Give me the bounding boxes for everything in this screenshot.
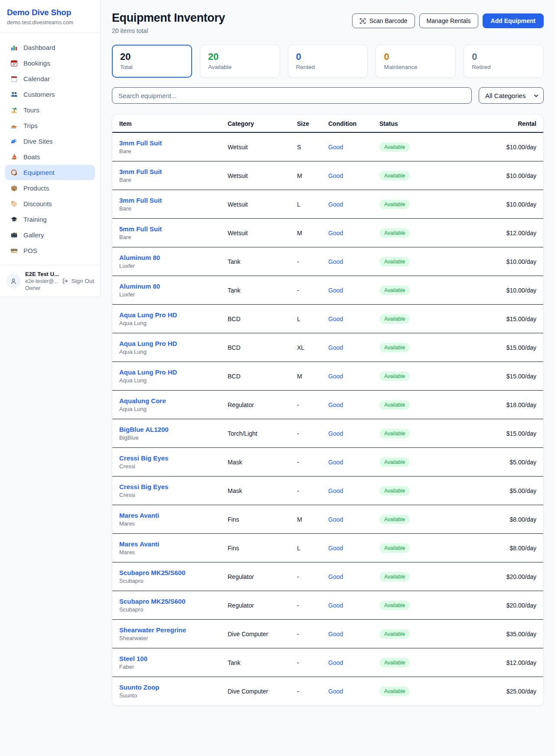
item-link[interactable]: Steel 100 [119,655,214,662]
sidebar-item-training[interactable]: Training [5,212,95,227]
item-link[interactable]: Aqua Lung Pro HD [119,311,214,319]
item-brand: Cressi [119,463,214,470]
filter-row: All Categories [112,87,544,104]
condition-link[interactable]: Good [328,144,343,151]
condition-link[interactable]: Good [328,316,343,322]
item-link[interactable]: Aqualung Core [119,397,214,404]
svg-text:17: 17 [13,62,16,66]
condition-link[interactable]: Good [328,573,343,580]
search-input[interactable] [112,87,472,104]
sidebar-item-boats[interactable]: Boats [5,149,95,164]
item-link[interactable]: Cressi Big Eyes [119,483,214,490]
status-badge: Available [379,601,410,610]
item-brand: Suunto [119,692,214,699]
item-link[interactable]: 3mm Full Suit [119,197,214,204]
item-link[interactable]: Mares Avanti [119,540,214,548]
item-link[interactable]: Aqua Lung Pro HD [119,340,214,347]
sign-out-button[interactable]: Sign Out [62,278,94,284]
category-cell: Tank [221,653,290,673]
scan-barcode-button[interactable]: Scan Barcode [352,13,415,28]
condition-link[interactable]: Good [328,344,343,351]
condition-link[interactable]: Good [328,172,343,179]
category-cell: Fins [221,538,290,558]
category-cell: Wetsuit [221,194,290,214]
size-cell: - [290,280,321,300]
condition-cell: Good [321,338,372,358]
sidebar-item-customers[interactable]: Customers [5,87,95,102]
condition-link[interactable]: Good [328,688,343,695]
item-link[interactable]: Suunto Zoop [119,684,214,691]
status-cell: Available [372,365,464,388]
rental-cell: $20.00/day [464,595,543,615]
item-link[interactable]: BigBlue AL1200 [119,426,214,433]
brand-name[interactable]: Demo Dive Shop [7,8,93,17]
status-cell: Available [372,594,464,617]
condition-link[interactable]: Good [328,201,343,208]
column-header-category: Category [221,115,290,132]
condition-cell: Good [321,567,372,587]
sidebar-item-calendar[interactable]: Calendar [5,71,95,86]
add-equipment-button[interactable]: Add Equipment [483,13,544,28]
condition-cell: Good [321,395,372,415]
sidebar-item-pos[interactable]: POS [5,243,95,258]
category-select[interactable]: All Categories [479,87,544,104]
item-link[interactable]: Cressi Big Eyes [119,454,214,462]
status-badge: Available [379,371,410,381]
condition-link[interactable]: Good [328,430,343,437]
condition-link[interactable]: Good [328,459,343,466]
condition-cell: Good [321,452,372,472]
condition-link[interactable]: Good [328,487,343,494]
manage-rentals-button[interactable]: Manage Rentals [419,13,478,28]
sidebar-item-equipment[interactable]: Equipment [5,165,95,180]
condition-link[interactable]: Good [328,602,343,609]
table-row: Mares Avanti Mares Fins L Good Available… [112,534,543,562]
column-header-status: Status [372,115,464,132]
item-link[interactable]: Aluminum 80 [119,254,214,261]
column-header-rental: Rental [464,115,543,132]
sidebar-item-bookings[interactable]: 17 Bookings [5,56,95,71]
stat-card-rented[interactable]: 0 Rented [288,45,368,78]
item-link[interactable]: Aqua Lung Pro HD [119,368,214,376]
condition-link[interactable]: Good [328,373,343,380]
category-cell: Dive Computer [221,681,290,701]
stat-card-total[interactable]: 20 Total [112,45,192,78]
sidebar-item-gallery[interactable]: Gallery [5,227,95,243]
status-cell: Available [372,250,464,273]
sidebar-item-discounts[interactable]: Discounts [5,196,95,211]
status-badge: Available [379,429,410,438]
sidebar-item-dive-sites[interactable]: Dive Sites [5,134,95,149]
condition-link[interactable]: Good [328,545,343,552]
status-cell: Available [372,508,464,531]
condition-link[interactable]: Good [328,287,343,294]
stat-card-maintenance[interactable]: 0 Maintenance [375,45,456,78]
stat-card-retired[interactable]: 0 Retired [464,45,544,78]
sidebar-item-tours[interactable]: Tours [5,102,95,118]
item-brand: Aqua Lung [119,320,214,326]
status-badge: Available [379,257,410,266]
items-total: 20 items total [112,27,225,34]
condition-cell: Good [321,538,372,558]
item-link[interactable]: Scubapro MK25/S600 [119,569,214,576]
condition-cell: Good [321,624,372,644]
condition-link[interactable]: Good [328,659,343,666]
item-link[interactable]: Shearwater Peregrine [119,626,214,634]
rental-cell: $5.00/day [464,481,543,501]
sidebar-item-products[interactable]: Products [5,181,95,196]
condition-link[interactable]: Good [328,401,343,408]
condition-link[interactable]: Good [328,516,343,523]
sidebar-item-trips[interactable]: Trips [5,118,95,133]
item-link[interactable]: Scubapro MK25/S600 [119,598,214,605]
condition-link[interactable]: Good [328,631,343,638]
item-link[interactable]: 3mm Full Suit [119,168,214,175]
size-cell: L [290,538,321,558]
item-cell: Cressi Big Eyes Cressi [112,448,221,476]
stat-card-available[interactable]: 20 Available [200,45,280,78]
item-link[interactable]: 5mm Full Suit [119,225,214,233]
item-link[interactable]: 3mm Full Suit [119,139,214,147]
condition-link[interactable]: Good [328,230,343,237]
status-cell: Available [372,422,464,445]
sidebar-item-dashboard[interactable]: Dashboard [5,40,95,55]
item-link[interactable]: Aluminum 80 [119,283,214,290]
condition-link[interactable]: Good [328,258,343,265]
item-link[interactable]: Mares Avanti [119,512,214,519]
